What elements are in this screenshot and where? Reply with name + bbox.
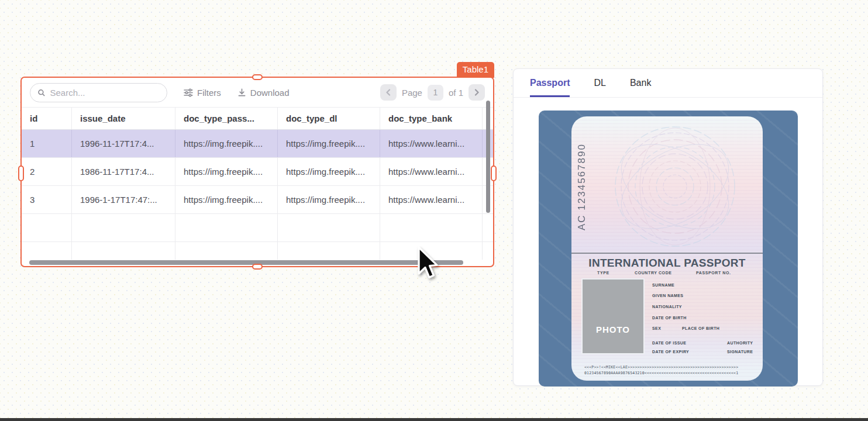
cell xyxy=(175,214,278,241)
cell: https://www.learni... xyxy=(380,158,483,185)
cell: https://img.freepik.... xyxy=(175,158,278,185)
cell xyxy=(483,242,493,260)
cell: https://www.learni... xyxy=(380,186,483,213)
search-box[interactable] xyxy=(30,83,167,102)
cell xyxy=(175,242,278,260)
mouse-cursor xyxy=(414,246,438,284)
cell xyxy=(72,242,175,260)
column-header-doc-type-dl[interactable]: doc_type_dl xyxy=(278,108,380,129)
photo-label: PHOTO xyxy=(596,325,630,334)
cell: 1996-1-17T17:47:... xyxy=(72,186,175,213)
page-label: Page xyxy=(402,88,422,98)
tab-bar: Passport DL Bank xyxy=(514,69,822,98)
mrz-line-1: <<<P>>!<<MIKE<<LAE>>>>>>>>>>>>>>>>>>>>>>… xyxy=(584,364,750,370)
cell: https://img.freepik.... xyxy=(175,130,278,157)
download-label: Download xyxy=(250,88,290,98)
tab-bank[interactable]: Bank xyxy=(630,78,651,97)
photo-placeholder: PHOTO xyxy=(581,278,645,354)
table-row[interactable]: 3 1996-1-17T17:47:... https://img.freepi… xyxy=(22,186,493,214)
document-preview-panel: Passport DL Bank AC xyxy=(513,68,823,386)
tab-passport[interactable]: Passport xyxy=(530,78,570,97)
cell xyxy=(278,242,380,260)
cell: 3 xyxy=(22,186,72,213)
place-of-birth-label: PLACE OF BIRTH xyxy=(682,326,719,330)
authority-label: AUTHORITY xyxy=(727,341,753,345)
bottom-edge-bar xyxy=(0,418,868,421)
page-number-input[interactable] xyxy=(428,85,443,101)
cell: https://img.freepik.... xyxy=(278,186,380,213)
passport-no-label: PASSPORT NO. xyxy=(696,271,731,275)
column-header-id[interactable]: id xyxy=(22,108,72,129)
cell xyxy=(483,214,493,241)
mrz-line-2: 01234567890AAAA9876543210<<<<<<<<<<<<<<<… xyxy=(584,370,750,376)
cell: https://img.freepik.... xyxy=(278,158,380,185)
next-page-button[interactable] xyxy=(469,84,485,101)
cell: https://img.freepik.... xyxy=(175,186,278,213)
cell: 1 xyxy=(22,130,72,157)
empty-row xyxy=(22,214,493,242)
mrz-zone: <<<P>>!<<MIKE<<LAE>>>>>>>>>>>>>>>>>>>>>>… xyxy=(584,364,750,376)
passport-title: INTERNATIONAL PASSPORT xyxy=(571,257,763,270)
guilloche-rosette xyxy=(608,121,742,253)
date-of-birth-label: DATE OF BIRTH xyxy=(652,316,687,320)
prev-page-button[interactable] xyxy=(380,84,397,101)
type-label: TYPE xyxy=(597,271,609,275)
cell xyxy=(380,214,483,241)
cell xyxy=(22,214,72,241)
passport-page: AC 1234567890 INTERNATIONAL PASSPORT TYP… xyxy=(571,116,763,381)
column-header-issue-date[interactable]: issue_date xyxy=(72,108,175,129)
filters-label: Filters xyxy=(197,88,221,98)
resize-handle-right[interactable] xyxy=(491,165,497,181)
chevron-right-icon xyxy=(474,89,480,96)
table-toolbar: Filters Download Page of 1 xyxy=(22,78,493,107)
date-of-issue-label: DATE OF ISSUE xyxy=(652,341,686,345)
passport-serial-number: AC 1234567890 xyxy=(576,127,588,247)
tab-dl[interactable]: DL xyxy=(594,78,605,97)
table-name-badge[interactable]: Table1 xyxy=(457,62,494,78)
cell: https://www.learni... xyxy=(380,130,483,157)
pagination: Page of 1 xyxy=(380,84,485,101)
date-of-expiry-label: DATE OF EXPIRY xyxy=(652,350,689,354)
country-code-label: COUNTRY CODE xyxy=(635,271,672,275)
chevron-left-icon xyxy=(385,89,391,96)
resize-handle-top[interactable] xyxy=(252,74,263,80)
table-row[interactable]: 1 1996-11-17T17:4... https://img.freepik… xyxy=(22,130,493,158)
passport-divider xyxy=(571,253,763,254)
cell: https://img.freepik.... xyxy=(278,130,380,157)
page-of-label: of 1 xyxy=(449,88,463,98)
download-button[interactable]: Download xyxy=(237,88,290,98)
download-icon xyxy=(237,88,246,97)
table-row[interactable]: 2 1986-11-17T17:4... https://img.freepik… xyxy=(22,158,493,186)
column-header-doc-type-bank[interactable]: doc_type_bank xyxy=(380,108,483,129)
cell xyxy=(72,214,175,241)
search-icon xyxy=(37,88,45,97)
data-grid: id issue_date doc_type_pass... doc_type_… xyxy=(22,107,493,260)
cell xyxy=(278,214,380,241)
cell: 1986-11-17T17:4... xyxy=(72,158,175,185)
passport-image: AC 1234567890 INTERNATIONAL PASSPORT TYP… xyxy=(539,111,798,387)
cell: 1996-11-17T17:4... xyxy=(72,130,175,157)
resize-handle-bottom[interactable] xyxy=(252,264,263,270)
search-input[interactable] xyxy=(50,88,160,98)
nationality-label: NATIONALITY xyxy=(652,305,682,309)
filters-button[interactable]: Filters xyxy=(184,88,221,98)
filters-icon xyxy=(184,88,193,97)
resize-handle-left[interactable] xyxy=(18,165,24,181)
column-header-doc-type-pass[interactable]: doc_type_pass... xyxy=(175,108,278,129)
table-widget[interactable]: Table1 Filters Download xyxy=(20,77,494,267)
cell: 2 xyxy=(22,158,72,185)
signature-label: SIGNATURE xyxy=(727,350,753,354)
sex-label: SEX xyxy=(652,326,661,330)
surname-label: SURNAME xyxy=(652,283,674,287)
horizontal-scrollbar[interactable] xyxy=(29,260,463,265)
vertical-scrollbar[interactable] xyxy=(486,101,490,213)
given-names-label: GIVEN NAMES xyxy=(652,294,683,298)
header-row: id issue_date doc_type_pass... doc_type_… xyxy=(22,108,493,130)
cell xyxy=(22,242,72,260)
